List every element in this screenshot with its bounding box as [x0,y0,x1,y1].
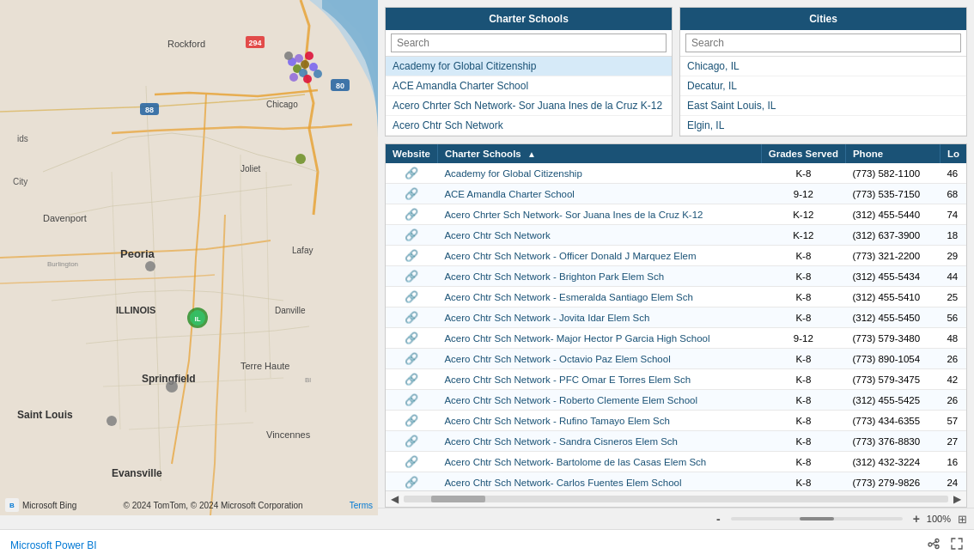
horizontal-scrollbar[interactable]: ◀ ▶ [386,490,966,507]
website-cell[interactable]: 🔗 [386,328,437,349]
fit-to-screen-icon[interactable]: ⊞ [958,513,967,526]
link-icon[interactable]: 🔗 [405,393,418,406]
list-item[interactable]: Acero Chrter Sch Network- Sor Juana Ines… [386,96,672,116]
website-cell[interactable]: 🔗 [386,287,437,307]
website-cell[interactable]: 🔗 [386,452,437,472]
link-icon[interactable]: 🔗 [405,373,418,386]
website-cell[interactable]: 🔗 [386,369,437,390]
website-cell[interactable]: 🔗 [386,472,437,491]
link-icon[interactable]: 🔗 [405,270,418,283]
location-cell: 16 [940,452,966,472]
location-cell: 46 [940,163,966,184]
website-cell[interactable]: 🔗 [386,225,437,246]
bing-logo-icon: B [5,498,19,512]
website-cell[interactable]: 🔗 [386,246,437,266]
powerbi-link[interactable]: Microsoft Power BI [10,539,97,551]
charter-schools-search-input[interactable] [391,33,667,52]
svg-text:ids: ids [17,134,28,143]
zoom-plus-button[interactable]: + [913,512,920,526]
table-row[interactable]: 🔗 Acero Chtr Sch Network- Major Hector P… [386,328,966,349]
svg-text:88: 88 [145,106,154,114]
link-icon[interactable]: 🔗 [405,290,418,303]
data-table-container: Website Charter Schools ▲ Grades Served … [385,143,967,508]
website-cell[interactable]: 🔗 [386,431,437,452]
link-icon[interactable]: 🔗 [405,249,418,262]
table-row[interactable]: 🔗 Acero Chtr Sch Network - Sandra Cisner… [386,431,966,452]
table-scroll[interactable]: Website Charter Schools ▲ Grades Served … [386,144,966,490]
website-cell[interactable]: 🔗 [386,349,437,369]
location-cell: 18 [940,225,966,246]
terms-link[interactable]: Terms [350,501,373,510]
list-item[interactable]: Acero Chtr Sch Network [386,116,672,136]
share-icon[interactable] [928,537,941,553]
svg-point-39 [295,154,306,164]
map-copyright: © 2024 TomTom, © 2024 Microsoft Corporat… [124,501,303,510]
table-row[interactable]: 🔗 Acero Chtr Sch Network - Roberto Cleme… [386,390,966,411]
table-row[interactable]: 🔗 ACE Amandla Charter School 9-12 (773) … [386,184,966,204]
school-name-cell: Acero Chtr Sch Network [437,225,761,246]
link-icon[interactable]: 🔗 [405,414,418,427]
website-cell[interactable]: 🔗 [386,266,437,287]
website-cell[interactable]: 🔗 [386,204,437,225]
list-item[interactable]: ACE Amandla Charter School [386,76,672,96]
location-cell: 42 [940,369,966,390]
location-cell: 48 [940,328,966,349]
list-item[interactable]: Decatur, IL [680,76,966,96]
website-cell[interactable]: 🔗 [386,390,437,411]
table-row[interactable]: 🔗 Acero Chtr Sch Network - Esmeralda San… [386,287,966,307]
scroll-track[interactable] [404,496,948,502]
link-icon[interactable]: 🔗 [405,332,418,344]
svg-point-37 [314,70,322,78]
location-cell: 24 [940,472,966,491]
website-cell[interactable]: 🔗 [386,184,437,204]
table-row[interactable]: 🔗 Acero Chtr Sch Network - Jovita Idar E… [386,307,966,328]
table-row[interactable]: 🔗 Acero Chtr Sch Network K-12 (312) 637-… [386,225,966,246]
scroll-thumb[interactable] [431,496,485,502]
svg-text:80: 80 [336,82,344,90]
school-name-cell: ACE Amandla Charter School [437,184,761,204]
zoom-minus-button[interactable]: - [716,512,721,526]
svg-point-34 [289,73,298,82]
map-container[interactable]: ids City Davenport Burlington Peoria ILL… [0,0,378,515]
school-name-cell: Acero Chtr Sch Network - Brighton Park E… [437,266,761,287]
link-icon[interactable]: 🔗 [405,311,418,324]
zoom-slider-thumb[interactable] [800,517,834,520]
table-row[interactable]: 🔗 Acero Chtr Sch Network - Octavio Paz E… [386,349,966,369]
svg-text:Joliet: Joliet [240,164,261,173]
fullscreen-icon[interactable] [950,537,964,553]
school-name-cell: Acero Chtr Sch Network - Rufino Tamayo E… [437,411,761,431]
link-icon[interactable]: 🔗 [405,208,418,221]
col-name[interactable]: Charter Schools ▲ [437,144,761,163]
table-row[interactable]: 🔗 Acero Chtr Sch Network - PFC Omar E To… [386,369,966,390]
table-row[interactable]: 🔗 Academy for Global Citizenship K-8 (77… [386,163,966,184]
link-icon[interactable]: 🔗 [405,167,418,180]
table-row[interactable]: 🔗 Acero Chtr Sch Network - Brighton Park… [386,266,966,287]
website-cell[interactable]: 🔗 [386,307,437,328]
list-item[interactable]: Chicago, IL [680,57,966,76]
scroll-left-arrow[interactable]: ◀ [386,493,404,505]
website-cell[interactable]: 🔗 [386,163,437,184]
zoom-slider-track[interactable] [731,517,903,520]
cities-search-input[interactable] [685,33,961,52]
table-row[interactable]: 🔗 Acero Chtr Sch Network- Carlos Fuentes… [386,472,966,491]
table-row[interactable]: 🔗 Acero Chrter Sch Network- Sor Juana In… [386,204,966,225]
table-row[interactable]: 🔗 Acero Chtr Sch Network - Rufino Tamayo… [386,411,966,431]
location-cell: 44 [940,266,966,287]
link-icon[interactable]: 🔗 [405,352,418,365]
link-icon[interactable]: 🔗 [405,476,418,489]
grades-cell: K-8 [761,246,845,266]
location-cell: 74 [940,204,966,225]
grades-cell: 9-12 [761,184,845,204]
table-row[interactable]: 🔗 Acero Chtr Sch Network - Officer Donal… [386,246,966,266]
scroll-right-arrow[interactable]: ▶ [948,493,966,505]
link-icon[interactable]: 🔗 [405,435,418,447]
link-icon[interactable]: 🔗 [405,187,418,200]
list-item[interactable]: East Saint Louis, IL [680,96,966,116]
list-item[interactable]: Elgin, IL [680,116,966,136]
list-item[interactable]: Academy for Global Citizenship [386,57,672,76]
link-icon[interactable]: 🔗 [405,455,418,468]
table-row[interactable]: 🔗 Acero Chtr Sch Network- Bartolome de l… [386,452,966,472]
website-cell[interactable]: 🔗 [386,411,437,431]
link-icon[interactable]: 🔗 [405,228,418,241]
svg-point-41 [107,416,117,426]
